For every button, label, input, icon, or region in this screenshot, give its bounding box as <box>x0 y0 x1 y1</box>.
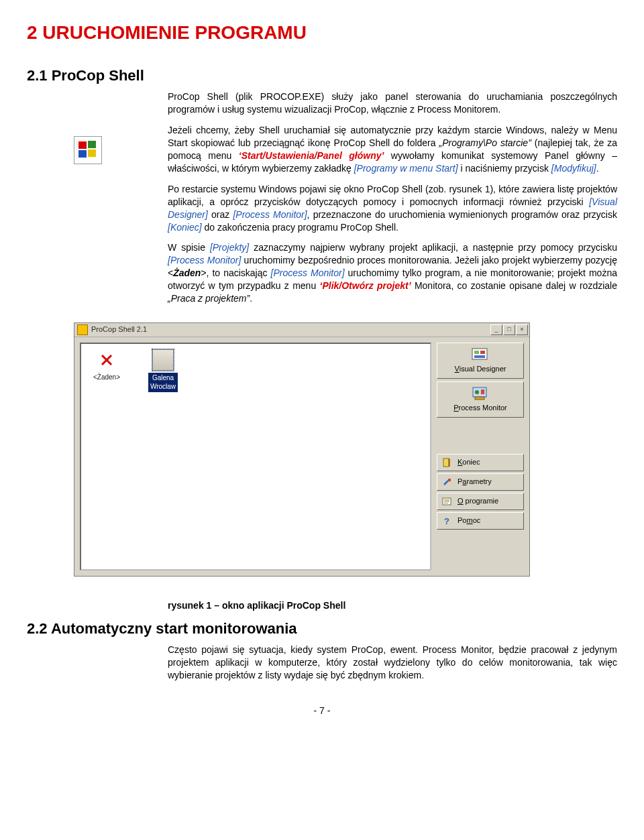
svg-rect-22 <box>448 459 450 467</box>
visual-designer-button[interactable]: VVisual Designerisual Designer <box>437 343 524 379</box>
svg-rect-20 <box>481 389 484 394</box>
svg-rect-1 <box>88 141 96 148</box>
text: Galena <box>152 374 174 381</box>
svg-rect-23 <box>448 479 451 481</box>
text: oraz <box>208 209 233 220</box>
ui-ref: [Projekty] <box>210 242 249 253</box>
exit-icon <box>441 457 452 468</box>
paragraph-1: ProCop Shell (plik PROCOP.EXE) służy jak… <box>168 91 617 116</box>
page-number: - 7 - <box>27 705 617 717</box>
window-titlebar: ProCop Shell 2.1 _ □ × <box>74 323 529 337</box>
about-icon <box>441 496 452 507</box>
project-label: Galena Wroclaw <box>148 373 178 392</box>
svg-point-19 <box>475 390 479 394</box>
text: . <box>596 163 599 174</box>
svg-rect-25 <box>444 499 449 501</box>
text: W spisie <box>168 242 210 253</box>
svg-rect-26 <box>444 501 449 502</box>
ui-ref: [Programy w menu Start] <box>354 163 458 174</box>
settings-icon <box>441 477 452 487</box>
placeholder-none: Żaden <box>173 267 201 278</box>
svg-rect-3 <box>88 149 96 157</box>
text: , przeznaczone do uruchomienia wymienion… <box>307 209 617 220</box>
project-item-galena[interactable]: Galena Wroclaw <box>144 349 182 392</box>
window-title: ProCop Shell 2.1 <box>91 324 147 335</box>
chapter-heading: 2 URUCHOMIENIE PROGRAMU <box>27 20 617 46</box>
none-icon <box>96 349 117 371</box>
ui-ref: [Process Monitor] <box>168 255 241 265</box>
figure-caption: rysunek 1 – okno aplikacji ProCop Shell <box>168 599 617 612</box>
text: zaznaczymy najpierw wybrany projekt apli… <box>249 242 617 253</box>
button-label: OO programie programie <box>458 496 498 506</box>
project-file-icon <box>152 349 174 371</box>
parametry-button[interactable]: PaParametryrametry <box>437 473 524 491</box>
ui-ref: [Modyfikuj] <box>551 163 596 174</box>
projects-list[interactable]: <Żaden> Galena Wroclaw <box>80 343 431 571</box>
paragraph-4: W spisie [Projekty] zaznaczymy najpierw … <box>168 241 617 304</box>
button-label: PomPomococ <box>458 516 480 526</box>
svg-rect-0 <box>78 141 87 149</box>
quoted-section: „Praca z projektem” <box>168 293 250 304</box>
button-label: KKonieconiec <box>458 457 480 467</box>
svg-rect-18 <box>475 397 484 400</box>
text: i naciśniemy przycisk <box>458 163 551 174</box>
button-label: VVisual Designerisual Designer <box>455 364 506 374</box>
window-maximize-button[interactable]: □ <box>503 324 515 335</box>
help-icon: ? <box>441 516 452 526</box>
paragraph-3: Po restarcie systemu Windows pojawi się … <box>168 183 617 234</box>
svg-rect-16 <box>474 355 485 358</box>
text: Wroclaw <box>150 383 176 390</box>
svg-text:?: ? <box>444 516 449 526</box>
ui-ref: [Koniec] <box>168 222 202 233</box>
section-heading-2-1: 2.1 ProCop Shell <box>27 66 617 86</box>
text: Monitora, co zostanie opisane dalej w ro… <box>411 280 617 291</box>
text: . <box>250 293 252 304</box>
window-minimize-button[interactable]: _ <box>490 324 502 335</box>
o-programie-button[interactable]: OO programie programie <box>437 493 524 510</box>
pomoc-button[interactable]: ? PomPomococ <box>437 512 524 530</box>
menu-path-ref: ‘Start/Ustawienia/Panel główny’ <box>239 150 384 161</box>
quoted-path: „Programy\Po starcie” <box>439 137 531 148</box>
project-label: <Żaden> <box>93 373 120 382</box>
svg-rect-14 <box>474 351 479 354</box>
window-close-button[interactable]: × <box>516 324 528 335</box>
project-item-none[interactable]: <Żaden> <box>88 349 125 382</box>
app-icon <box>77 324 88 335</box>
text: do zakończenia pracy programu ProCop She… <box>202 222 398 233</box>
ui-ref: [Process Monitor] <box>271 267 345 278</box>
button-label: PProcess Monitorrocess Monitor <box>453 403 506 413</box>
text: >, to naciskając <box>201 267 270 278</box>
button-label: PaParametryrametry <box>458 477 492 487</box>
svg-rect-15 <box>480 351 485 354</box>
text: Po restarcie systemu Windows pojawi się … <box>168 184 617 207</box>
paragraph-5: Często pojawi się sytuacja, kiedy system… <box>168 644 617 682</box>
svg-rect-21 <box>443 459 449 467</box>
koniec-button[interactable]: KKonieconiec <box>437 454 524 471</box>
menu-path-ref: ‘Plik/Otwórz projekt’ <box>320 280 411 291</box>
ui-ref: [Process Monitor] <box>233 209 307 220</box>
paragraph-2: Jeżeli chcemy, żeby Shell uruchamiał się… <box>168 124 617 175</box>
svg-rect-27 <box>444 503 448 503</box>
windows-flag-icon <box>74 136 127 164</box>
process-monitor-button[interactable]: PProcess Monitorrocess Monitor <box>437 381 524 418</box>
procop-shell-window: ProCop Shell 2.1 _ □ × <Żaden> Galena Wr… <box>74 322 530 577</box>
process-monitor-icon <box>471 385 490 402</box>
section-heading-2-2: 2.2 Automatyczny start monitorowania <box>27 619 617 639</box>
visual-designer-icon <box>471 347 490 363</box>
svg-rect-2 <box>78 150 87 158</box>
